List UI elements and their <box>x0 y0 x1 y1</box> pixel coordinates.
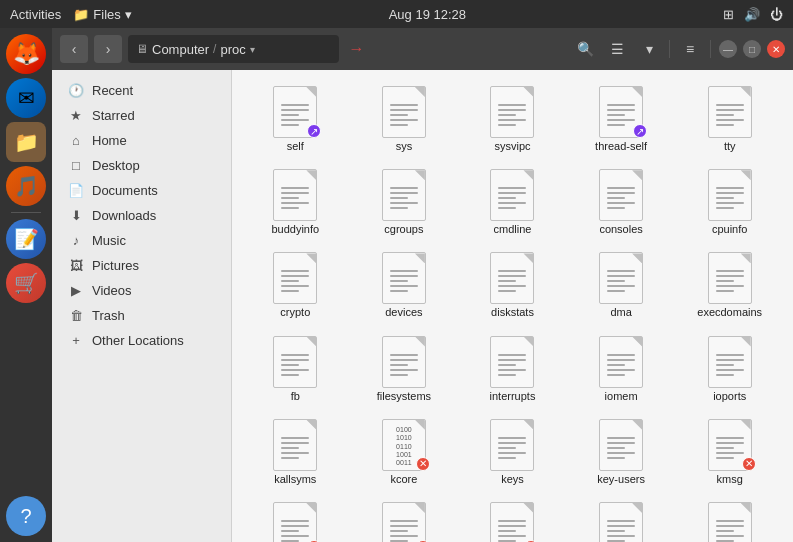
activities-button[interactable]: Activities <box>10 7 61 22</box>
window-minimize-button[interactable]: — <box>719 40 737 58</box>
file-name: devices <box>385 306 422 319</box>
file-item[interactable]: ✕ kmsg <box>678 415 781 492</box>
file-icon-wrap: ✕ <box>488 504 536 542</box>
link-badge: ↗ <box>633 124 647 138</box>
text-file-icon <box>708 86 752 138</box>
dock: 🦊 ✉ 📁 🎵 📝 🛒 ? <box>0 28 52 542</box>
file-item[interactable]: tty <box>678 82 781 159</box>
file-icon-wrap: ↗ <box>597 88 645 136</box>
main-content: 🕐 Recent ★ Starred ⌂ Home □ Desktop 📄 Do… <box>52 70 793 542</box>
dock-firefox[interactable]: 🦊 <box>6 34 46 74</box>
sidebar-item-videos[interactable]: ▶ Videos <box>56 278 227 303</box>
file-item[interactable]: ↗ thread-self <box>570 82 673 159</box>
search-button[interactable]: 🔍 <box>571 35 599 63</box>
file-item[interactable]: cgroups <box>353 165 456 242</box>
sidebar-item-documents[interactable]: 📄 Documents <box>56 178 227 203</box>
sidebar-item-music[interactable]: ♪ Music <box>56 228 227 253</box>
sidebar-item-starred[interactable]: ★ Starred <box>56 103 227 128</box>
dock-help[interactable]: ? <box>6 496 46 536</box>
file-item[interactable]: kallsyms <box>244 415 347 492</box>
file-item[interactable]: cmdline <box>461 165 564 242</box>
sidebar-item-pictures[interactable]: 🖼 Pictures <box>56 253 227 278</box>
file-name: kcore <box>390 473 417 486</box>
file-name: tty <box>724 140 736 153</box>
file-icon-wrap <box>488 254 536 302</box>
file-icon-wrap <box>597 504 645 542</box>
sidebar: 🕐 Recent ★ Starred ⌂ Home □ Desktop 📄 Do… <box>52 70 232 542</box>
location-bar[interactable]: 🖥 Computer / proc ▾ <box>128 35 339 63</box>
sidebar-label-recent: Recent <box>92 83 133 98</box>
sidebar-item-desktop[interactable]: □ Desktop <box>56 153 227 178</box>
file-item[interactable]: ✕ kpagecount <box>353 498 456 542</box>
dock-files[interactable]: 📁 <box>6 122 46 162</box>
desktop-icon: □ <box>68 158 84 173</box>
file-name: filesystems <box>377 390 431 403</box>
list-view-button[interactable]: ☰ <box>603 35 631 63</box>
window-maximize-button[interactable]: □ <box>743 40 761 58</box>
text-file-icon <box>708 252 752 304</box>
dock-writer[interactable]: 📝 <box>6 219 46 259</box>
file-grid: ↗ self sys <box>244 82 781 542</box>
text-file-icon <box>382 502 426 542</box>
file-name: keys <box>501 473 524 486</box>
location-dropdown-icon[interactable]: ▾ <box>250 44 255 55</box>
link-badge: ↗ <box>307 124 321 138</box>
file-item[interactable]: crypto <box>244 248 347 325</box>
file-item[interactable]: diskstats <box>461 248 564 325</box>
file-name: thread-self <box>595 140 647 153</box>
file-item[interactable]: key-users <box>570 415 673 492</box>
file-item[interactable]: ↗ self <box>244 82 347 159</box>
file-item[interactable]: keys <box>461 415 564 492</box>
files-icon: 📁 <box>14 130 39 154</box>
file-item[interactable]: ✕ kpagecgroup <box>244 498 347 542</box>
file-icon-wrap: ✕ <box>380 504 428 542</box>
file-item[interactable]: locks <box>678 498 781 542</box>
view-options-button[interactable]: ▾ <box>635 35 663 63</box>
text-file-icon <box>708 336 752 388</box>
file-item[interactable]: loadavg <box>570 498 673 542</box>
error-badge: ✕ <box>742 457 756 471</box>
file-item[interactable]: filesystems <box>353 332 456 409</box>
file-item[interactable]: iomem <box>570 332 673 409</box>
text-file-icon <box>382 252 426 304</box>
network-icon: ⊞ <box>723 7 734 22</box>
file-icon-wrap <box>706 338 754 386</box>
file-item[interactable]: fb <box>244 332 347 409</box>
file-icon-wrap: 01001010011010010011 ✕ <box>380 421 428 469</box>
files-menu[interactable]: 📁 Files ▾ <box>73 7 131 22</box>
sidebar-item-downloads[interactable]: ⬇ Downloads <box>56 203 227 228</box>
window-close-button[interactable]: ✕ <box>767 40 785 58</box>
file-item[interactable]: dma <box>570 248 673 325</box>
sidebar-item-home[interactable]: ⌂ Home <box>56 128 227 153</box>
file-item[interactable]: devices <box>353 248 456 325</box>
dock-software[interactable]: 🛒 <box>6 263 46 303</box>
back-button[interactable]: ‹ <box>60 35 88 63</box>
sidebar-label-videos: Videos <box>92 283 132 298</box>
home-icon: ⌂ <box>68 133 84 148</box>
menu-button[interactable]: ≡ <box>676 35 704 63</box>
dock-rhythmbox[interactable]: 🎵 <box>6 166 46 206</box>
file-icon-wrap <box>380 88 428 136</box>
file-item[interactable]: cpuinfo <box>678 165 781 242</box>
file-item[interactable]: consoles <box>570 165 673 242</box>
file-item[interactable]: ✕ kpageflags <box>461 498 564 542</box>
file-item[interactable]: execdomains <box>678 248 781 325</box>
file-item[interactable]: sys <box>353 82 456 159</box>
dock-thunderbird[interactable]: ✉ <box>6 78 46 118</box>
sidebar-item-trash[interactable]: 🗑 Trash <box>56 303 227 328</box>
writer-icon: 📝 <box>14 227 39 251</box>
text-file-icon <box>599 419 643 471</box>
sidebar-label-music: Music <box>92 233 126 248</box>
file-item[interactable]: interrupts <box>461 332 564 409</box>
forward-button[interactable]: › <box>94 35 122 63</box>
toolbar-divider <box>669 40 670 58</box>
file-item[interactable]: sysvipc <box>461 82 564 159</box>
file-item[interactable]: 01001010011010010011 ✕ kcore <box>353 415 456 492</box>
file-item[interactable]: buddyinfo <box>244 165 347 242</box>
sidebar-item-recent[interactable]: 🕐 Recent <box>56 78 227 103</box>
file-name: diskstats <box>491 306 534 319</box>
file-item[interactable]: ioports <box>678 332 781 409</box>
sidebar-label-starred: Starred <box>92 108 135 123</box>
sidebar-item-other[interactable]: + Other Locations <box>56 328 227 353</box>
file-icon-wrap <box>271 338 319 386</box>
